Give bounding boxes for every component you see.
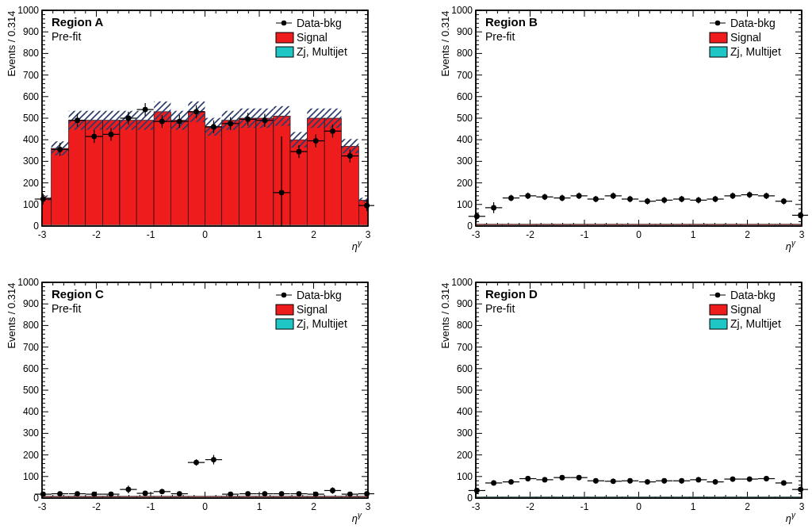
legend-data: Data-bkg xyxy=(297,17,342,29)
svg-text:400: 400 xyxy=(457,406,473,417)
svg-rect-704 xyxy=(276,305,293,315)
svg-text:0: 0 xyxy=(202,501,208,512)
data-point xyxy=(177,491,182,496)
data-point xyxy=(91,491,97,496)
svg-rect-476 xyxy=(710,47,727,57)
region-label: Region A xyxy=(52,15,103,29)
data-point xyxy=(730,476,736,481)
data-point xyxy=(297,149,302,155)
svg-text:500: 500 xyxy=(23,385,39,396)
x-axis-label: ηγ xyxy=(786,510,796,524)
svg-text:200: 200 xyxy=(457,449,473,460)
region-label: Region D xyxy=(485,287,538,301)
svg-text:2: 2 xyxy=(745,229,750,240)
data-point xyxy=(798,213,803,218)
svg-text:100: 100 xyxy=(457,199,473,210)
data-point xyxy=(75,117,80,123)
data-point xyxy=(347,491,353,496)
data-point xyxy=(91,134,97,140)
signal-bar xyxy=(205,127,222,226)
svg-text:400: 400 xyxy=(457,134,473,145)
svg-text:-2: -2 xyxy=(526,501,534,512)
data-point xyxy=(228,491,233,496)
signal-bar xyxy=(239,118,256,226)
signal-bar xyxy=(69,121,86,226)
data-point xyxy=(781,198,787,204)
svg-text:2: 2 xyxy=(311,229,316,240)
svg-text:900: 900 xyxy=(457,298,473,309)
chart-panel: 01002003004005006007008009001000-3-2-101… xyxy=(438,276,808,525)
data-point xyxy=(508,479,514,485)
legend-zj: Zj, Multijet xyxy=(297,45,347,58)
panel-region-d: 01002003004005006007008009001000-3-2-101… xyxy=(438,276,808,526)
legend-signal: Signal xyxy=(297,31,327,44)
data-point xyxy=(159,489,165,494)
svg-text:600: 600 xyxy=(457,362,473,374)
svg-text:-3: -3 xyxy=(472,501,481,512)
y-axis-label: Events / 0.314 xyxy=(439,10,451,76)
svg-text:700: 700 xyxy=(23,341,39,352)
data-point xyxy=(279,190,285,195)
signal-bar xyxy=(154,112,170,226)
svg-text:0: 0 xyxy=(636,501,642,512)
svg-text:500: 500 xyxy=(457,385,473,396)
data-point xyxy=(525,476,530,481)
data-point xyxy=(211,124,216,129)
svg-text:1: 1 xyxy=(691,501,696,512)
data-point xyxy=(159,119,165,125)
data-point xyxy=(560,195,565,201)
svg-text:1000: 1000 xyxy=(451,5,473,16)
svg-text:800: 800 xyxy=(23,320,39,331)
data-point xyxy=(781,480,787,485)
data-point xyxy=(126,486,132,492)
data-point xyxy=(730,194,736,199)
svg-text:300: 300 xyxy=(457,155,473,167)
svg-text:900: 900 xyxy=(457,26,473,37)
legend-zj: Zj, Multijet xyxy=(297,317,347,330)
legend-signal: Signal xyxy=(730,31,761,44)
data-point xyxy=(193,109,199,114)
data-point xyxy=(143,490,148,496)
svg-text:1: 1 xyxy=(691,229,696,240)
data-point xyxy=(57,147,63,152)
data-point xyxy=(695,477,701,482)
x-axis-label: ηγ xyxy=(352,510,362,524)
svg-text:1000: 1000 xyxy=(17,277,39,288)
data-point xyxy=(695,197,701,203)
svg-text:800: 800 xyxy=(23,48,39,59)
data-point xyxy=(611,194,616,199)
legend-signal: Signal xyxy=(297,303,327,316)
y-axis-label: Events / 0.314 xyxy=(6,282,17,348)
svg-text:600: 600 xyxy=(23,362,39,374)
prefit-label: Pre-fit xyxy=(485,30,515,43)
svg-text:-2: -2 xyxy=(526,229,534,240)
panel-region-c: 01002003004005006007008009001000-3-2-101… xyxy=(4,276,374,526)
data-point xyxy=(611,478,616,484)
svg-text:0: 0 xyxy=(202,229,208,240)
svg-text:2: 2 xyxy=(745,501,750,512)
svg-text:0: 0 xyxy=(636,229,642,240)
svg-text:800: 800 xyxy=(457,320,473,331)
svg-text:-1: -1 xyxy=(580,501,589,512)
data-point xyxy=(109,491,114,496)
data-point xyxy=(262,117,267,123)
svg-rect-705 xyxy=(276,319,293,329)
svg-text:-1: -1 xyxy=(147,229,155,240)
svg-text:300: 300 xyxy=(457,427,473,439)
data-point xyxy=(313,138,319,144)
data-point xyxy=(593,477,599,483)
data-point xyxy=(627,477,633,483)
data-point xyxy=(297,491,302,496)
svg-text:500: 500 xyxy=(457,113,473,124)
prefit-label: Pre-fit xyxy=(485,302,515,315)
signal-bar xyxy=(120,121,136,226)
svg-text:100: 100 xyxy=(23,470,39,481)
data-point xyxy=(211,457,216,462)
data-point xyxy=(313,491,319,496)
x-axis-label: ηγ xyxy=(352,239,362,253)
data-point xyxy=(764,194,769,199)
signal-bar xyxy=(188,112,205,226)
svg-text:3: 3 xyxy=(799,501,805,512)
data-point xyxy=(364,491,370,496)
svg-text:-3: -3 xyxy=(472,229,481,240)
